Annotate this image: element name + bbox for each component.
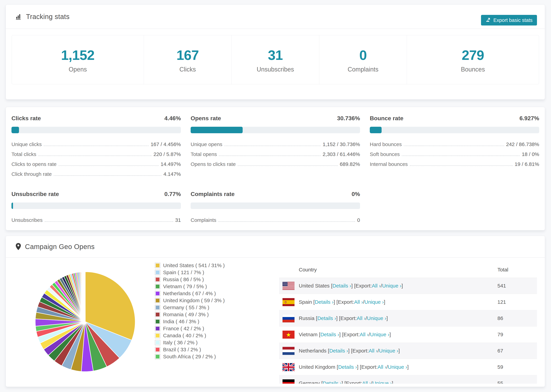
export-unique-link[interactable]: Unique › — [365, 299, 384, 305]
flag-icon-gb — [283, 363, 295, 371]
legend-item-france[interactable]: France ( 42 / 2% ) — [155, 325, 225, 332]
country-total: 541 — [497, 283, 537, 289]
rate-block-bounce-rate: Bounce rate 6.927% Hard bounces 242 / 86… — [370, 107, 539, 179]
stat-label: Clicks — [179, 66, 196, 73]
legend-swatch — [155, 284, 160, 289]
stat-label: Complaints — [347, 66, 378, 73]
rate-detail-label: Opens to clicks rate — [191, 161, 236, 167]
legend-label: Vietnam ( 79 / 5% ) — [163, 284, 207, 289]
legend-label: South Africa ( 29 / 2% ) — [163, 354, 216, 359]
legend-item-russia[interactable]: Russia ( 86 / 5% ) — [155, 276, 225, 283]
export-basic-stats-button[interactable]: Export basic stats — [481, 15, 537, 26]
export-unique-link[interactable]: Unique › — [372, 380, 392, 384]
rate-detail-value: 31 — [175, 217, 181, 223]
legend-label: Germany ( 55 / 3% ) — [163, 305, 209, 310]
country-cell: Russia [Details ›] [Export: All › / Uniq… — [279, 314, 497, 322]
export-all-link[interactable]: All › — [354, 299, 363, 305]
legend-item-united-kingdom[interactable]: United Kingdom ( 59 / 3% ) — [155, 297, 225, 304]
geo-table-row-nl: Netherlands [Details ›] [Export: All › /… — [279, 343, 537, 359]
legend-item-italy[interactable]: Italy ( 36 / 2% ) — [155, 339, 225, 346]
export-all-link[interactable]: All › — [372, 283, 381, 289]
stat-value: 31 — [268, 47, 283, 63]
rate-head: Complaints rate 0% — [191, 191, 360, 197]
legend-swatch — [155, 277, 160, 282]
rate-value: 0% — [352, 191, 360, 197]
legend-item-vietnam[interactable]: Vietnam ( 79 / 5% ) — [155, 283, 225, 290]
country-name: United Kingdom — [299, 364, 335, 370]
dotted-leader — [219, 155, 320, 156]
flag-icon-ru — [283, 314, 295, 322]
geo-table-body: United States [Details ›] [Export: All ›… — [279, 278, 537, 384]
export-all-link[interactable]: All › — [377, 364, 386, 370]
details-link[interactable]: Details › — [320, 332, 339, 337]
rate-progress-fill — [370, 127, 381, 133]
legend-swatch — [155, 333, 160, 338]
dotted-leader — [410, 165, 513, 166]
stat-box-opens: 1,152Opens — [12, 35, 144, 84]
rate-detail-value: 167 / 4.456% — [151, 141, 181, 147]
legend-item-romania[interactable]: Romania ( 49 / 3% ) — [155, 311, 225, 318]
legend-item-south-africa[interactable]: South Africa ( 29 / 2% ) — [155, 353, 225, 360]
rate-title: Bounce rate — [370, 115, 403, 122]
legend-label: India ( 46 / 3% ) — [163, 319, 199, 324]
rate-progress-bar — [370, 127, 539, 133]
legend-item-brazil[interactable]: Brazil ( 33 / 2% ) — [155, 346, 225, 353]
country-total: 59 — [497, 364, 537, 370]
legend-item-canada[interactable]: Canada ( 40 / 2% ) — [155, 332, 225, 339]
export-all-link[interactable]: All › — [362, 380, 371, 384]
rate-detail-label: Unique clicks — [11, 141, 42, 147]
pie-legend: United States ( 541 / 31% )Spain ( 121 /… — [155, 262, 225, 360]
dotted-leader — [402, 155, 520, 156]
export-all-link[interactable]: All › — [369, 348, 378, 354]
stat-value: 0 — [359, 47, 367, 63]
rate-detail-row: Internal bounces 19 / 6.81% — [370, 159, 539, 169]
rate-detail-value: 0 — [357, 217, 360, 223]
stats-row: 1,152Opens167Clicks31Unsubscribes0Compla… — [12, 35, 539, 84]
details-link[interactable]: Details › — [332, 283, 351, 289]
legend-label: France ( 42 / 2% ) — [163, 326, 204, 331]
details-link[interactable]: Details › — [317, 315, 336, 321]
details-link[interactable]: Details › — [329, 348, 348, 354]
export-all-link[interactable]: All › — [360, 332, 369, 337]
legend-label: Netherlands ( 67 / 4% ) — [163, 291, 216, 296]
country-cell: United Kingdom [Details ›] [Export: All … — [279, 363, 497, 371]
details-link[interactable]: Details › — [315, 299, 333, 305]
rate-title: Clicks rate — [11, 115, 41, 122]
dotted-leader — [45, 221, 173, 222]
export-unique-link[interactable]: Unique › — [382, 283, 402, 289]
details-link[interactable]: Details › — [338, 364, 357, 370]
legend-swatch — [155, 312, 160, 317]
legend-swatch — [155, 354, 160, 359]
flag-icon-de — [283, 379, 295, 384]
details-link[interactable]: Details › — [323, 380, 342, 384]
legend-item-india[interactable]: India ( 46 / 3% ) — [155, 318, 225, 325]
rate-detail-label: Unsubscribes — [11, 217, 42, 223]
rate-progress-fill — [11, 127, 19, 133]
export-unique-link[interactable]: Unique › — [388, 364, 407, 370]
legend-swatch — [155, 305, 160, 310]
geo-opens-pie-chart[interactable] — [35, 271, 136, 372]
bar-chart-icon — [15, 13, 22, 20]
legend-swatch — [155, 347, 160, 352]
legend-item-united-states[interactable]: United States ( 541 / 31% ) — [155, 262, 225, 269]
rate-detail-value: 689.82% — [340, 161, 360, 167]
export-unique-link[interactable]: Unique › — [370, 332, 389, 337]
legend-label: Russia ( 86 / 5% ) — [163, 277, 204, 282]
rate-detail-label: Unique opens — [191, 141, 222, 147]
rate-head: Clicks rate 4.46% — [11, 115, 181, 122]
export-unique-link[interactable]: Unique › — [367, 315, 386, 321]
geo-content: United States ( 541 / 31% )Spain ( 121 /… — [6, 258, 545, 387]
legend-swatch — [155, 340, 160, 345]
legend-item-netherlands[interactable]: Netherlands ( 67 / 4% ) — [155, 290, 225, 297]
legend-swatch — [155, 326, 160, 331]
legend-item-spain[interactable]: Spain ( 121 / 7% ) — [155, 269, 225, 276]
legend-item-germany[interactable]: Germany ( 55 / 3% ) — [155, 304, 225, 311]
export-unique-link[interactable]: Unique › — [379, 348, 398, 354]
rate-detail-value: 1,152 / 30.736% — [323, 141, 360, 147]
export-all-link[interactable]: All › — [357, 315, 366, 321]
column-total: Total — [497, 267, 537, 273]
legend-label: Canada ( 40 / 2% ) — [163, 333, 206, 338]
dotted-leader — [44, 146, 148, 146]
column-country: Country — [279, 267, 497, 273]
rate-value: 6.927% — [520, 115, 539, 122]
